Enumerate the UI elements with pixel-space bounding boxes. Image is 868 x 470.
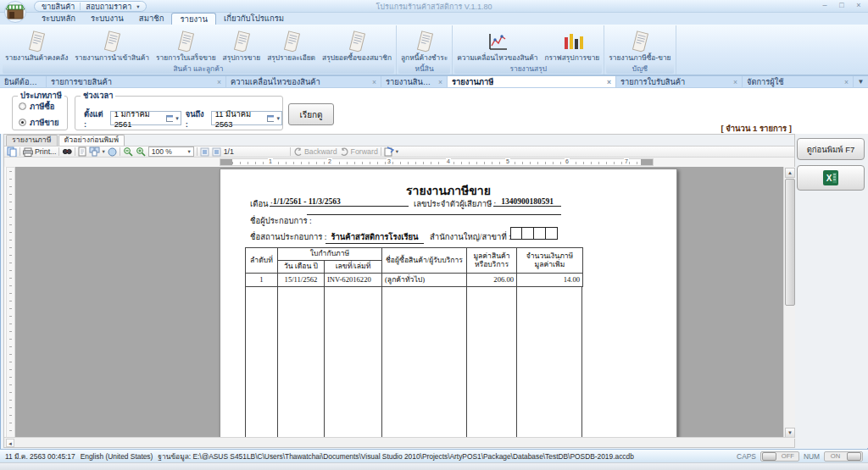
radio-tax-purchase[interactable]: ภาษีซื้อ bbox=[19, 100, 67, 113]
preview-tab-print-preview[interactable]: ตัวอย่างก่อนพิมพ์ bbox=[58, 135, 125, 146]
ruler-handle[interactable] bbox=[641, 159, 653, 165]
ribbon-button-product-movement[interactable]: ความเคลื่อนไหวของสินค้า bbox=[453, 25, 541, 64]
maximize-button[interactable]: □ bbox=[836, 1, 848, 9]
num-toggle[interactable]: ON bbox=[824, 451, 863, 462]
ribbon-button-sales-receipts[interactable]: รายการใบเสร็จขาย bbox=[153, 25, 220, 64]
ribbon-button-label: กราฟสรุปการขาย bbox=[545, 54, 600, 62]
vertical-ruler[interactable] bbox=[6, 167, 15, 439]
caps-state: OFF bbox=[777, 452, 798, 460]
ruler-number: 3 bbox=[387, 158, 392, 164]
date-to-value: 11 มีนาคม 2563 bbox=[215, 108, 265, 129]
doc-tab-tax-report[interactable]: รายงานภาษี × bbox=[448, 76, 616, 87]
tab-close-icon[interactable]: × bbox=[728, 78, 737, 86]
scroll-up-icon[interactable]: ▲ bbox=[785, 168, 795, 178]
ribbon-button-sales-graph[interactable]: กราฟสรุปการขาย bbox=[542, 25, 604, 64]
operator-value bbox=[307, 214, 561, 215]
horizontal-scrollbar[interactable]: ◄ bbox=[4, 437, 794, 447]
col-header-seq: ลำดับที่ bbox=[246, 248, 278, 274]
calendar-icon bbox=[166, 114, 173, 122]
zoom-level-combo[interactable]: 100 % ▾ bbox=[148, 147, 194, 157]
excel-icon: X bbox=[823, 170, 838, 185]
search-icon[interactable] bbox=[62, 147, 72, 156]
tab-overflow-icon[interactable]: ▼ bbox=[854, 76, 868, 87]
single-page-icon[interactable] bbox=[78, 147, 86, 157]
doc-tab-label: รายการใบรับสินค้า bbox=[620, 76, 685, 87]
ribbon-button-inventory-report[interactable]: รายงานสินค้าคงคลัง bbox=[2, 25, 71, 64]
paper-report-icon bbox=[279, 28, 304, 54]
minimize-button[interactable]: – bbox=[819, 1, 831, 9]
zoom-in-icon[interactable] bbox=[136, 147, 146, 157]
last-page-icon[interactable] bbox=[212, 147, 221, 157]
app-logo-icon bbox=[3, 1, 30, 26]
status-database-path: ฐานข้อมูล: E:\@ASUS S451LB\C\Users\Thawa… bbox=[158, 451, 634, 462]
radio-tax-sale[interactable]: ภาษีขาย bbox=[19, 116, 67, 129]
ribbon-button-detail-summary[interactable]: สรุปรายละเอียด bbox=[264, 25, 319, 64]
preview-tab-tax-report[interactable]: รายงานภาษี bbox=[6, 135, 58, 146]
preview-f7-button[interactable]: ดูก่อนพิมพ์ F7 bbox=[797, 138, 865, 160]
date-to-field[interactable]: 11 มีนาคม 2563 ▾ bbox=[211, 111, 282, 125]
operator-label: ชื่อผู้ประกอบการ : bbox=[250, 214, 312, 227]
paper-report-icon bbox=[99, 28, 125, 54]
ribbon-button-label: สรุปการขาย bbox=[223, 54, 261, 62]
scrollbar-thumb[interactable] bbox=[785, 179, 795, 306]
ribbon-button-label: ลูกหนี้ค้างชำระ bbox=[401, 54, 448, 62]
menu-tab-members[interactable]: สมาชิก bbox=[131, 13, 172, 25]
quick-tab-sale[interactable]: ขายสินค้า bbox=[42, 1, 75, 13]
close-button[interactable]: × bbox=[853, 1, 865, 9]
statusbar: 11 มี.ค. 2563 00:45:17 English (United S… bbox=[0, 449, 868, 462]
view-button[interactable]: เรียกดู bbox=[288, 103, 334, 125]
tab-close-icon[interactable]: × bbox=[602, 78, 611, 86]
ruler-handle[interactable] bbox=[220, 159, 232, 165]
radio-icon[interactable] bbox=[19, 102, 26, 110]
quick-access-dropdown-icon[interactable]: ▾ bbox=[136, 3, 139, 10]
num-label: NUM bbox=[804, 452, 820, 461]
excel-export-button[interactable]: X bbox=[797, 165, 865, 191]
num-state: ON bbox=[825, 452, 846, 460]
ribbon-button-import-report[interactable]: รายงานการนำเข้าสินค้า bbox=[71, 25, 153, 64]
menu-tab-reports[interactable]: รายงาน bbox=[171, 13, 215, 25]
multi-page-icon[interactable]: ▾ bbox=[89, 147, 104, 157]
tab-close-icon[interactable]: × bbox=[433, 78, 442, 86]
doc-tab-sales-list[interactable]: รายการขายสินค้า × bbox=[47, 76, 226, 87]
tab-close-icon[interactable]: × bbox=[367, 78, 376, 86]
dropdown-icon[interactable]: ▾ bbox=[102, 148, 104, 155]
print-button[interactable]: Print... bbox=[23, 147, 56, 157]
doc-tab-goods-receipt[interactable]: รายการใบรับสินค้า × bbox=[616, 76, 743, 87]
ribbon-button-sales-summary[interactable]: สรุปการขาย bbox=[220, 25, 264, 64]
menu-tab-main-system[interactable]: ระบบหลัก bbox=[34, 13, 83, 25]
dropdown-icon[interactable]: ▾ bbox=[175, 115, 179, 122]
ribbon-button-label: สรุปรายละเอียด bbox=[267, 54, 315, 62]
zoom-out-icon[interactable] bbox=[123, 147, 133, 157]
vertical-scrollbar[interactable]: ▲ ▼ bbox=[783, 167, 795, 439]
doc-tab-inventory-report[interactable]: รายงานสินค้าคงคลัง × bbox=[381, 76, 448, 87]
backward-button[interactable]: Backward bbox=[293, 147, 337, 157]
date-from-field[interactable]: 1 มกราคม 2561 ▾ bbox=[110, 111, 181, 125]
horizontal-ruler[interactable]: 1 2 3 4 5 6 7 bbox=[220, 158, 654, 166]
ruler-row: 1 2 3 4 5 6 7 bbox=[4, 158, 794, 167]
doc-tab-product-movement[interactable]: ความเคลื่อนไหวของสินค้า × bbox=[226, 76, 381, 87]
first-page-icon[interactable] bbox=[200, 147, 209, 157]
doc-tab-user-management[interactable]: จัดการผู้ใช้ × bbox=[743, 76, 854, 87]
ribbon-button-outstanding-debtors[interactable]: ลูกหนี้ค้างชำระ bbox=[398, 25, 451, 64]
scroll-left-icon[interactable]: ◄ bbox=[6, 439, 14, 447]
caps-toggle[interactable]: OFF bbox=[760, 451, 799, 462]
ribbon-button-tax-report[interactable]: รายงานภาษีซื้อ-ขาย bbox=[605, 25, 674, 64]
forward-label: Forward bbox=[351, 147, 378, 156]
tab-close-icon[interactable]: × bbox=[212, 78, 221, 86]
ruler-number: 2 bbox=[327, 158, 332, 164]
copy-icon[interactable] bbox=[7, 147, 17, 157]
doc-tab-welcome[interactable]: ยินดีต้อนรับ bbox=[0, 76, 47, 87]
menu-tab-operations[interactable]: ระบบงาน bbox=[83, 13, 131, 25]
preview-toolbar: Print... ▾ 100 % ▾ 1/1 Backward bbox=[4, 146, 794, 158]
radio-selected-icon[interactable] bbox=[19, 119, 26, 126]
export-icon[interactable]: ▾ bbox=[384, 147, 398, 157]
ribbon-button-member-purchases[interactable]: สรุปยอดซื้อของสมาชิก bbox=[319, 25, 395, 64]
page-color-icon[interactable] bbox=[108, 147, 117, 157]
dropdown-icon[interactable]: ▾ bbox=[396, 148, 398, 155]
table-row: 1 15/11/2562 INV-62016220 (ลูกค้าทั่วไป)… bbox=[246, 274, 583, 287]
forward-button[interactable]: Forward bbox=[340, 147, 378, 157]
quick-tab-price-check[interactable]: สอบถามราคา bbox=[86, 1, 131, 13]
dropdown-icon[interactable]: ▾ bbox=[276, 115, 280, 122]
tab-close-icon[interactable]: × bbox=[839, 78, 849, 86]
menu-tab-about[interactable]: เกี่ยวกับโปรแกรม bbox=[216, 13, 292, 25]
